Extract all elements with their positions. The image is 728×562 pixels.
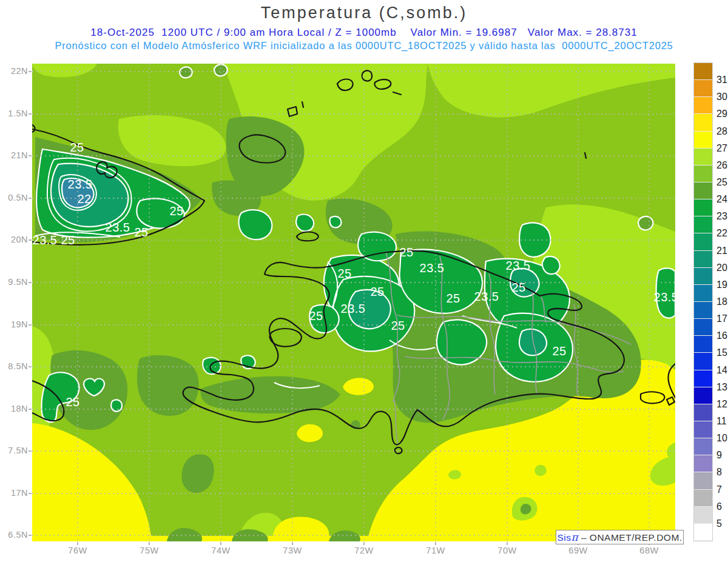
lon-tick-label: 73W xyxy=(278,546,306,555)
colorbar-tick-label: 5 xyxy=(716,518,722,529)
colorbar-segment xyxy=(694,455,712,472)
lat-tick-label: 20N xyxy=(0,235,28,244)
colorbar-segment xyxy=(694,80,712,97)
colorbar-tick-label: 19 xyxy=(716,279,727,290)
contour-value-label: 25 xyxy=(70,141,84,154)
lat-tick-label: 21N xyxy=(0,150,28,160)
colorbar-tick-label: 31 xyxy=(716,75,727,85)
contour-value-label: 25 xyxy=(169,204,183,218)
colorbar-segment xyxy=(694,166,712,182)
colorbar-tick-label: 23 xyxy=(716,211,727,222)
colorbar-tick-label: 12 xyxy=(716,399,727,410)
colorbar-tick-label: 24 xyxy=(716,194,727,205)
credit-box: Sisπ – ONAMET/REP.DOM. xyxy=(556,530,684,544)
colorbar-segment xyxy=(694,421,712,438)
lon-tick-label: 74W xyxy=(207,546,235,555)
colorbar-tick-label: 16 xyxy=(716,330,727,341)
lat-tick-label: 19N xyxy=(0,319,28,329)
colorbar-tick-label: 14 xyxy=(716,365,727,376)
lat-tick-label: 9.5N xyxy=(0,277,28,287)
temperature-field: 2523.5222523.52523.5252523.5252523.52525… xyxy=(32,64,678,541)
colorbar-segment xyxy=(694,251,712,268)
weather-chart-page: Temperatura (C,somb.) 18-Oct-2025 1200 U… xyxy=(0,0,728,562)
lat-tick-label: 1.5N xyxy=(0,109,28,118)
contour-value-label: 25 xyxy=(370,285,384,298)
colorbar-segment xyxy=(694,285,712,302)
sispi-logo-text: Sis xyxy=(557,532,571,543)
colorbar xyxy=(693,62,713,541)
colorbar-segment xyxy=(694,404,712,421)
contour-value-label: 23.5 xyxy=(506,259,531,272)
lon-tick-label: 71W xyxy=(422,546,450,555)
colorbar-tick-label: 8 xyxy=(716,467,722,478)
colorbar-tick-label: 9 xyxy=(716,450,722,461)
colorbar-tick-label: 13 xyxy=(716,382,727,393)
colorbar-tick-label: 30 xyxy=(716,92,727,102)
colorbar-tick-label: 18 xyxy=(716,296,727,307)
lon-tick-label: 69W xyxy=(564,546,592,555)
lat-tick-label: 7.5N xyxy=(0,446,28,455)
lat-tick-label: 6.5N xyxy=(0,530,28,540)
colorbar-segment xyxy=(694,216,712,233)
colorbar-tick-label: 11 xyxy=(716,416,727,427)
lon-tick-label: 76W xyxy=(64,546,92,555)
colorbar-tick-label: 28 xyxy=(716,126,727,137)
lat-tick-label: 17N xyxy=(0,488,28,498)
contour-value-label: 25 xyxy=(66,395,79,409)
colorbar-tick-label: 25 xyxy=(716,177,727,188)
colorbar-segment xyxy=(694,97,712,114)
colorbar-segment xyxy=(694,302,712,319)
colorbar-segment xyxy=(694,370,712,387)
lat-tick-label: 22N xyxy=(0,66,28,76)
colorbar-tick-label: 26 xyxy=(716,160,727,171)
contour-value-label: 25 xyxy=(337,267,351,280)
colorbar-segment xyxy=(694,268,712,285)
colorbar-tick-label: 21 xyxy=(716,246,727,256)
colorbar-segment xyxy=(694,233,712,250)
contour-value-label: 25 xyxy=(134,226,148,239)
colorbar-tick-label: 27 xyxy=(716,143,727,154)
contour-value-label: 23.5 xyxy=(654,290,679,304)
contour-value-label: 25 xyxy=(446,292,460,305)
contour-value-label: 23.5 xyxy=(106,221,130,234)
colorbar-segment xyxy=(694,149,712,166)
contour-value-label: 23.5 xyxy=(33,233,58,247)
colorbar-tick-label: 20 xyxy=(716,263,727,273)
lon-tick-label: 70W xyxy=(493,546,521,555)
colorbar-segment xyxy=(694,524,712,541)
colorbar-tick-label: 29 xyxy=(716,109,727,119)
colorbar-segment xyxy=(694,319,712,336)
contour-value-label: 25 xyxy=(511,281,525,294)
colorbar-segment xyxy=(694,182,712,199)
colorbar-segment xyxy=(694,114,712,131)
contour-value-label: 23.5 xyxy=(68,178,93,191)
colorbar-tick-label: 17 xyxy=(716,313,727,324)
colorbar-tick-label: 7 xyxy=(716,484,722,495)
colorbar-tick-label: 10 xyxy=(716,433,727,444)
colorbar-segment xyxy=(694,63,712,80)
colorbar-segment xyxy=(694,336,712,353)
credit-text: – ONAMET/REP.DOM. xyxy=(578,532,682,543)
contour-value-label: 25 xyxy=(552,344,566,358)
contour-value-label: 25 xyxy=(309,309,323,323)
colorbar-segment xyxy=(694,438,712,455)
lon-tick-label: 75W xyxy=(135,546,163,555)
colorbar-segment xyxy=(694,387,712,404)
lat-tick-label: 18N xyxy=(0,404,28,413)
lon-tick-label: 72W xyxy=(350,546,378,555)
contour-value-label: 23.5 xyxy=(420,261,445,275)
contour-value-label: 22 xyxy=(77,192,91,206)
map-canvas: 2523.5222523.52523.5252523.5252523.52525… xyxy=(0,0,728,562)
colorbar-segment xyxy=(694,132,712,149)
colorbar-segment xyxy=(694,507,712,524)
contour-value-label: 25 xyxy=(61,233,75,247)
colorbar-tick-label: 15 xyxy=(716,347,727,358)
colorbar-segment xyxy=(694,199,712,216)
colorbar-segment xyxy=(694,490,712,507)
lat-tick-label: 8.5N xyxy=(0,361,28,371)
contour-value-label: 25 xyxy=(399,246,413,259)
contour-value-label: 23.5 xyxy=(474,290,499,303)
colorbar-tick-label: 22 xyxy=(716,228,727,239)
lat-tick-label: 0.5N xyxy=(0,193,28,202)
pi-icon: π xyxy=(571,531,578,543)
